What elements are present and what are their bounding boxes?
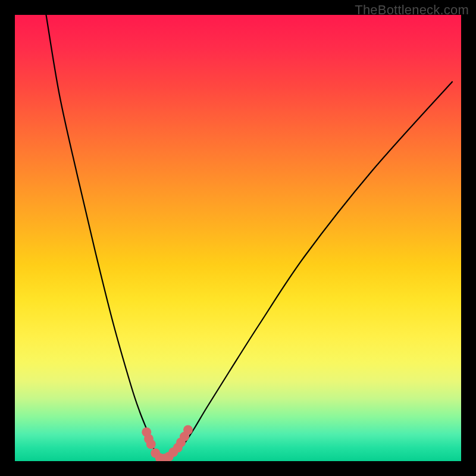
highlight-dot (146, 440, 156, 449)
highlight-dot (183, 425, 193, 435)
highlight-dots (142, 425, 193, 462)
curve-layer (15, 15, 461, 461)
bottleneck-curve (46, 15, 453, 459)
watermark-text: TheBottleneck.com (355, 2, 469, 18)
chart-frame: TheBottleneck.com (0, 0, 476, 476)
plot-area (15, 15, 461, 461)
